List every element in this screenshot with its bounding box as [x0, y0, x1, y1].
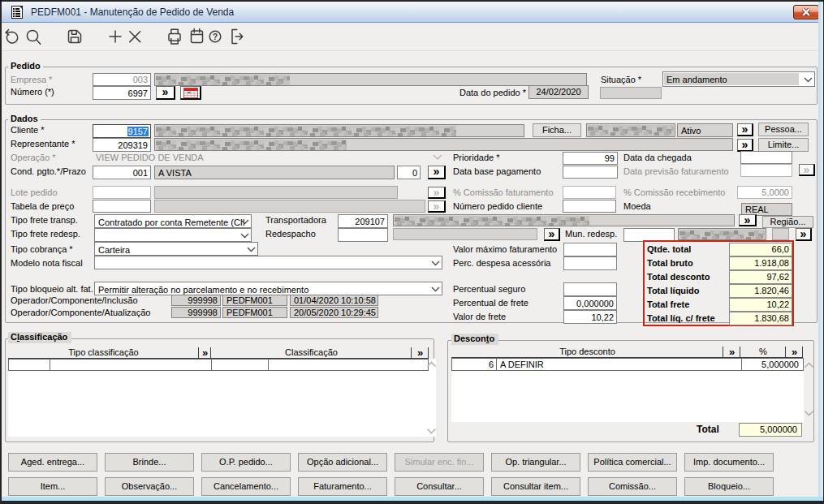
svg-text:?: ?: [213, 32, 218, 41]
